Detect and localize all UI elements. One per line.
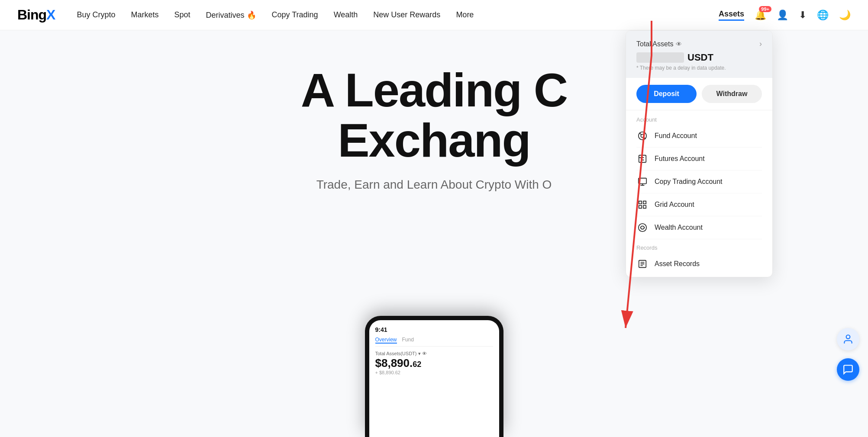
phone-tab-overview[interactable]: Overview (375, 337, 397, 344)
blurred-value (636, 52, 684, 63)
grid-account-icon (636, 199, 649, 211)
assets-dropdown-panel: Total Assets 👁 › USDT * There may be a d… (626, 30, 773, 277)
asset-records-label: Asset Records (655, 260, 700, 268)
futures-account-icon (636, 153, 649, 165)
asset-records-icon (636, 258, 649, 270)
wealth-account-icon (636, 222, 649, 234)
svg-rect-12 (643, 206, 646, 208)
phone-total-label: Total Assets(USDT) ▾ 👁 (375, 351, 493, 357)
phone-amount: $8,890.62 (375, 357, 493, 370)
user-icon[interactable]: 👤 (777, 10, 788, 21)
copy-trading-account-icon (636, 176, 649, 188)
delay-note: * There may be a delay in data update. (636, 65, 762, 71)
wealth-account-label: Wealth Account (655, 224, 703, 231)
svg-rect-6 (639, 178, 646, 184)
futures-account-item[interactable]: Futures Account (636, 148, 762, 170)
chat-support-button[interactable] (837, 358, 859, 381)
svg-rect-9 (639, 201, 642, 204)
nav-more[interactable]: More (456, 10, 474, 19)
hero-subtitle: Trade, Earn and Learn About Crypto With … (316, 178, 552, 192)
phone-mockup-area: 9:41 Overview Fund Total Assets(USDT) ▾ … (339, 307, 529, 437)
account-section: Account Fund Account Futures A (626, 110, 772, 241)
agent-support-button[interactable] (837, 328, 859, 350)
phone-screen: 9:41 Overview Fund Total Assets(USDT) ▾ … (369, 320, 499, 437)
copy-trading-account-item[interactable]: Copy Trading Account (636, 170, 762, 193)
notification-badge: 99+ (759, 6, 771, 12)
phone-time: 9:41 (375, 326, 493, 333)
logo[interactable]: BingX (17, 7, 55, 23)
phone-tabs: Overview Fund (375, 337, 493, 347)
grid-account-item[interactable]: Grid Account (636, 193, 762, 216)
nav-spot[interactable]: Spot (174, 10, 190, 19)
svg-point-19 (846, 335, 850, 339)
nav-copy-trading[interactable]: Copy Trading (272, 10, 318, 19)
usdt-label: USDT (687, 52, 713, 63)
svg-rect-11 (639, 206, 642, 208)
copy-trading-account-label: Copy Trading Account (655, 178, 723, 186)
svg-rect-4 (639, 155, 646, 163)
hero-title: A Leading C Exchang (301, 65, 568, 165)
futures-account-label: Futures Account (655, 155, 705, 163)
total-assets-label: Total Assets 👁 (636, 40, 682, 48)
eye-icon[interactable]: 👁 (676, 41, 682, 48)
phone-tab-fund[interactable]: Fund (402, 337, 414, 344)
nav-markets[interactable]: Markets (131, 10, 158, 19)
withdraw-button[interactable]: Withdraw (702, 85, 762, 103)
account-section-label: Account (636, 116, 762, 123)
nav-links: Buy Crypto Markets Spot Derivatives 🔥 Co… (77, 10, 719, 20)
blurred-amount-row: USDT (636, 52, 762, 63)
nav-new-user-rewards[interactable]: New User Rewards (373, 10, 440, 19)
phone-mockup: 9:41 Overview Fund Total Assets(USDT) ▾ … (365, 316, 503, 437)
svg-line-3 (644, 137, 645, 139)
nav-wealth[interactable]: Wealth (334, 10, 358, 19)
panel-top: Total Assets 👁 › USDT * There may be a d… (626, 31, 772, 78)
asset-records-item[interactable]: Asset Records (636, 253, 762, 275)
action-buttons: Deposit Withdraw (626, 78, 772, 110)
grid-account-label: Grid Account (655, 201, 694, 209)
records-section: Records Asset Records (626, 241, 772, 277)
fund-account-label: Fund Account (655, 132, 697, 140)
assets-button[interactable]: Assets (719, 10, 744, 21)
fund-account-icon (636, 130, 649, 142)
svg-rect-10 (643, 201, 646, 204)
phone-sub-amount: + $8,890.62 (375, 370, 493, 375)
deposit-button[interactable]: Deposit (636, 85, 697, 103)
chevron-right-icon[interactable]: › (759, 39, 762, 48)
nav-derivatives[interactable]: Derivatives 🔥 (206, 10, 256, 20)
total-assets-row: Total Assets 👁 › (636, 39, 762, 48)
moon-icon[interactable]: 🌙 (839, 10, 851, 21)
fund-account-item[interactable]: Fund Account (636, 125, 762, 148)
wealth-account-item[interactable]: Wealth Account (636, 216, 762, 239)
records-section-label: Records (636, 244, 762, 251)
download-icon[interactable]: ⬇ (799, 10, 807, 21)
nav-right: Assets 🔔 99+ 👤 ⬇ 🌐 🌙 (719, 10, 851, 21)
globe-icon[interactable]: 🌐 (817, 10, 829, 21)
notification-icon[interactable]: 🔔 99+ (755, 10, 766, 21)
svg-line-2 (640, 133, 642, 135)
navbar: BingX Buy Crypto Markets Spot Derivative… (0, 0, 868, 30)
nav-buy-crypto[interactable]: Buy Crypto (77, 10, 115, 19)
